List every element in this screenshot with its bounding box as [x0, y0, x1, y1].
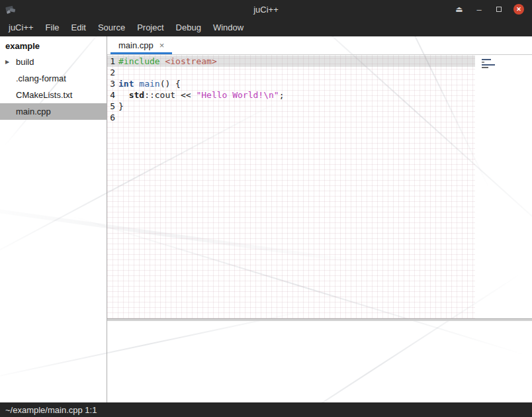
tree-item-label: .clang-format [16, 73, 66, 83]
menu-item-file[interactable]: File [40, 19, 66, 36]
source-map-mark [482, 62, 484, 63]
status-bar: ~/example/main.cpp 1:1 [0, 402, 532, 417]
menubar: juCi++FileEditSourceProjectDebugWindow [0, 19, 532, 36]
code-token [118, 90, 129, 100]
code-line-1[interactable]: 1#include <iostream> [107, 56, 475, 67]
tree-item-label: build [16, 57, 34, 67]
code-line-4[interactable]: 4 std::cout << "Hello World!\n"; [107, 89, 475, 101]
eject-button[interactable]: ⏏ [454, 4, 465, 15]
editor-column: main.cpp× 1#include <iostream>23int main… [107, 36, 532, 402]
code-token: "Hello World!\n" [196, 90, 279, 100]
expander-icon[interactable]: ▶ [5, 59, 16, 65]
tab-label: main.cpp [118, 40, 154, 50]
code-token: #include [118, 56, 160, 66]
menu-item-edit[interactable]: Edit [66, 19, 92, 36]
close-button[interactable]: ✕ [513, 4, 524, 15]
line-number: 6 [107, 112, 115, 123]
tab-main-cpp[interactable]: main.cpp× [111, 36, 172, 54]
code-line-2[interactable]: 2 [107, 67, 475, 78]
minimize-button[interactable]: – [474, 4, 484, 15]
code-token: std [129, 90, 144, 100]
restore-icon [496, 7, 502, 12]
window-controls: ⏏ – ✕ [454, 4, 532, 15]
menu-item-debug[interactable]: Debug [170, 19, 207, 36]
tree-item-main-cpp[interactable]: main.cpp [0, 103, 107, 120]
restore-button[interactable] [494, 4, 504, 15]
code-token: ::cout << [144, 90, 196, 100]
window-title: juCi++ [0, 5, 532, 15]
tab-bar: main.cpp× [107, 36, 532, 55]
source-map-mark [482, 64, 495, 66]
code-text: } [118, 101, 124, 112]
source-map-mark [482, 59, 491, 60]
main-content: example ▶build.clang-formatCMakeLists.tx… [0, 36, 532, 402]
tree-root-example[interactable]: example [0, 38, 107, 54]
code-token: () { [160, 79, 181, 89]
code-line-5[interactable]: 5} [107, 101, 475, 112]
line-number: 1 [107, 56, 115, 67]
code-text: std::cout << "Hello World!\n"; [118, 89, 284, 101]
menu-item-source[interactable]: Source [92, 19, 131, 36]
file-tree: example ▶build.clang-formatCMakeLists.tx… [0, 36, 107, 402]
line-number: 3 [107, 78, 115, 89]
code-token: <iostream> [165, 56, 216, 66]
tab-close-icon[interactable]: × [159, 41, 165, 50]
code-token: main [139, 79, 159, 89]
editor[interactable]: 1#include <iostream>23int main() {4 std:… [107, 55, 532, 318]
tree-item-clang-format[interactable]: .clang-format [0, 70, 107, 87]
tree-root-label: example [5, 41, 40, 51]
app-icon [5, 3, 17, 15]
source-map-mark [482, 67, 488, 68]
source-map[interactable] [475, 55, 532, 318]
output-panel[interactable] [107, 321, 532, 402]
titlebar[interactable]: juCi++ ⏏ – ✕ [0, 0, 532, 19]
menu-item-window[interactable]: Window [207, 19, 249, 36]
code-line-3[interactable]: 3int main() { [107, 78, 475, 89]
menu-item-juci[interactable]: juCi++ [3, 19, 40, 36]
tree-item-label: CMakeLists.txt [16, 90, 72, 100]
tree-item-label: main.cpp [16, 107, 51, 116]
menu-item-project[interactable]: Project [131, 19, 169, 36]
code-token: ; [279, 90, 285, 100]
line-number: 2 [107, 67, 115, 78]
line-number: 5 [107, 101, 115, 112]
line-number: 4 [107, 89, 115, 101]
juci-window: juCi++ ⏏ – ✕ juCi++FileEditSourceProject… [0, 0, 532, 417]
tree-item-cmakelists-txt[interactable]: CMakeLists.txt [0, 87, 107, 103]
cursor-position: ~/example/main.cpp 1:1 [5, 405, 97, 415]
code-token: } [118, 101, 124, 111]
code-line-6[interactable]: 6 [107, 112, 475, 123]
close-icon: ✕ [516, 7, 521, 13]
tree-items: ▶build.clang-formatCMakeLists.txtmain.cp… [0, 54, 107, 120]
code-token: int [118, 79, 134, 89]
tree-item-build[interactable]: ▶build [0, 54, 107, 70]
code-text: #include <iostream> [118, 56, 217, 67]
code-area[interactable]: 1#include <iostream>23int main() {4 std:… [107, 55, 475, 318]
code-text: int main() { [118, 78, 181, 89]
